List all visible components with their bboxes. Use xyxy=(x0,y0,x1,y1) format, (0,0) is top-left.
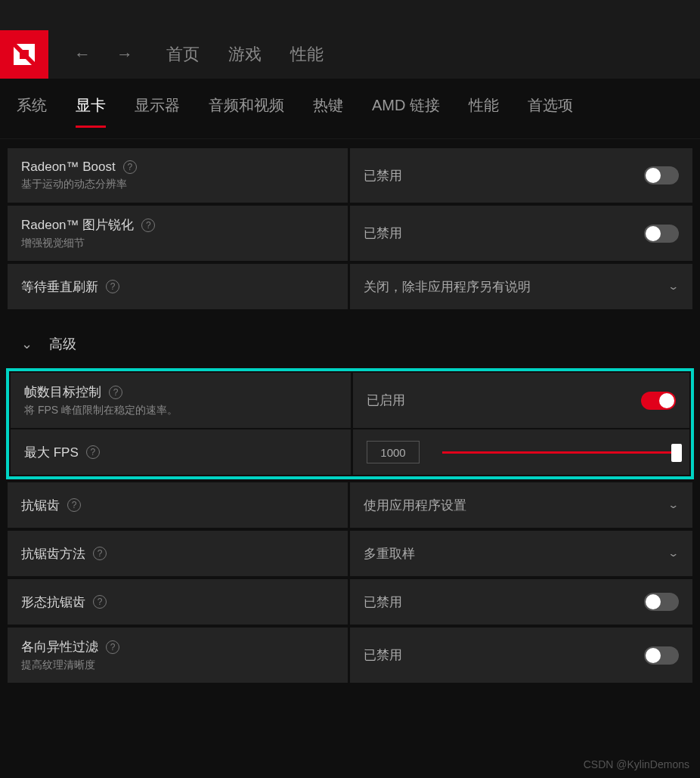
maxfps-input[interactable] xyxy=(367,441,420,463)
aamethod-status: 多重取样 xyxy=(364,545,415,563)
aa-status: 使用应用程序设置 xyxy=(364,497,466,514)
help-icon[interactable]: ? xyxy=(93,595,107,609)
boost-status: 已禁用 xyxy=(364,167,402,184)
header: ← → 首页 游戏 性能 xyxy=(0,30,700,79)
maxfps-title: 最大 FPS xyxy=(24,444,79,461)
vsync-status: 关闭，除非应用程序另有说明 xyxy=(364,278,531,296)
aniso-status: 已禁用 xyxy=(364,646,402,664)
help-icon[interactable]: ? xyxy=(93,547,107,560)
row-aa: 抗锯齿 ? 使用应用程序设置 ⌄ xyxy=(8,482,692,528)
chevron-down-icon: ⌄ xyxy=(667,547,679,559)
chevron-down-icon: ⌄ xyxy=(667,499,679,510)
help-icon[interactable]: ? xyxy=(141,219,155,232)
top-nav: 首页 游戏 性能 xyxy=(159,43,324,66)
row-vsync: 等待垂直刷新 ? 关闭，除非应用程序另有说明 ⌄ xyxy=(8,264,692,309)
boost-title: Radeon™ Boost xyxy=(21,160,116,175)
row-morphaa: 形态抗锯齿 ? 已禁用 xyxy=(8,579,692,625)
aa-dropdown[interactable]: 使用应用程序设置 ⌄ xyxy=(350,482,692,528)
help-icon[interactable]: ? xyxy=(106,640,119,654)
topnav-games[interactable]: 游戏 xyxy=(228,43,262,66)
tabs: 系统 显卡 显示器 音频和视频 热键 AMD 链接 性能 首选项 xyxy=(0,79,700,139)
help-icon[interactable]: ? xyxy=(86,445,100,459)
frc-title: 帧数目标控制 xyxy=(24,383,101,401)
sharpen-status: 已禁用 xyxy=(364,225,402,242)
amd-icon xyxy=(11,41,38,68)
aamethod-dropdown[interactable]: 多重取样 ⌄ xyxy=(350,531,692,576)
tab-system[interactable]: 系统 xyxy=(17,95,47,126)
chevron-down-icon: ⌄ xyxy=(667,281,679,292)
help-icon[interactable]: ? xyxy=(67,498,81,512)
morphaa-status: 已禁用 xyxy=(364,594,402,611)
row-maxfps: 最大 FPS ? xyxy=(11,429,689,475)
row-boost: Radeon™ Boost ? 基于运动的动态分辨率 已禁用 xyxy=(8,148,692,203)
highlight-box: 帧数目标控制 ? 将 FPS 峰值限制在稳定的速率。 已启用 最大 FPS ? xyxy=(6,368,694,479)
section-advanced[interactable]: ⌄ 高级 xyxy=(8,312,692,368)
forward-button[interactable]: → xyxy=(116,45,133,64)
content: Radeon™ Boost ? 基于运动的动态分辨率 已禁用 Radeon™ 图… xyxy=(0,139,700,683)
row-frc: 帧数目标控制 ? 将 FPS 峰值限制在稳定的速率。 已启用 xyxy=(11,373,689,428)
titlebar xyxy=(0,0,700,30)
vsync-title: 等待垂直刷新 xyxy=(21,278,98,296)
tab-performance[interactable]: 性能 xyxy=(469,95,499,126)
frc-sub: 将 FPS 峰值限制在稳定的速率。 xyxy=(24,404,337,417)
chevron-down-icon: ⌄ xyxy=(21,336,33,352)
morphaa-toggle[interactable] xyxy=(644,593,679,611)
row-aniso: 各向异性过滤 ? 提高纹理清晰度 已禁用 xyxy=(8,628,692,683)
boost-toggle[interactable] xyxy=(644,166,679,184)
watermark: CSDN @KylinDemons xyxy=(584,758,689,770)
amd-logo[interactable] xyxy=(0,30,48,79)
sharpen-toggle[interactable] xyxy=(644,225,679,243)
aniso-title: 各向异性过滤 xyxy=(21,638,98,656)
tab-amdlink[interactable]: AMD 链接 xyxy=(372,95,440,126)
vsync-dropdown[interactable]: 关闭，除非应用程序另有说明 ⌄ xyxy=(350,264,692,309)
help-icon[interactable]: ? xyxy=(106,280,119,293)
tab-audiovideo[interactable]: 音频和视频 xyxy=(209,95,284,126)
morphaa-title: 形态抗锯齿 xyxy=(21,594,85,611)
maxfps-slider[interactable] xyxy=(442,451,676,454)
sharpen-title: Radeon™ 图片锐化 xyxy=(21,216,134,234)
topnav-performance[interactable]: 性能 xyxy=(290,43,324,66)
frc-toggle[interactable] xyxy=(641,392,676,410)
aniso-toggle[interactable] xyxy=(644,646,679,665)
topnav-home[interactable]: 首页 xyxy=(166,43,200,66)
tab-preferences[interactable]: 首选项 xyxy=(528,95,573,126)
boost-sub: 基于运动的动态分辨率 xyxy=(21,178,334,191)
aamethod-title: 抗锯齿方法 xyxy=(21,545,85,563)
slider-thumb[interactable] xyxy=(671,444,682,462)
help-icon[interactable]: ? xyxy=(123,160,137,174)
section-advanced-label: 高级 xyxy=(49,335,76,353)
aniso-sub: 提高纹理清晰度 xyxy=(21,659,334,672)
back-button[interactable]: ← xyxy=(74,45,91,64)
row-sharpen: Radeon™ 图片锐化 ? 增强视觉细节 已禁用 xyxy=(8,206,692,261)
row-aamethod: 抗锯齿方法 ? 多重取样 ⌄ xyxy=(8,531,692,576)
help-icon[interactable]: ? xyxy=(109,386,122,399)
sharpen-sub: 增强视觉细节 xyxy=(21,237,334,250)
tab-hotkeys[interactable]: 热键 xyxy=(313,95,343,126)
frc-status: 已启用 xyxy=(367,392,405,409)
aa-title: 抗锯齿 xyxy=(21,497,60,514)
tab-display[interactable]: 显示器 xyxy=(135,95,180,126)
tab-graphics[interactable]: 显卡 xyxy=(76,95,106,126)
